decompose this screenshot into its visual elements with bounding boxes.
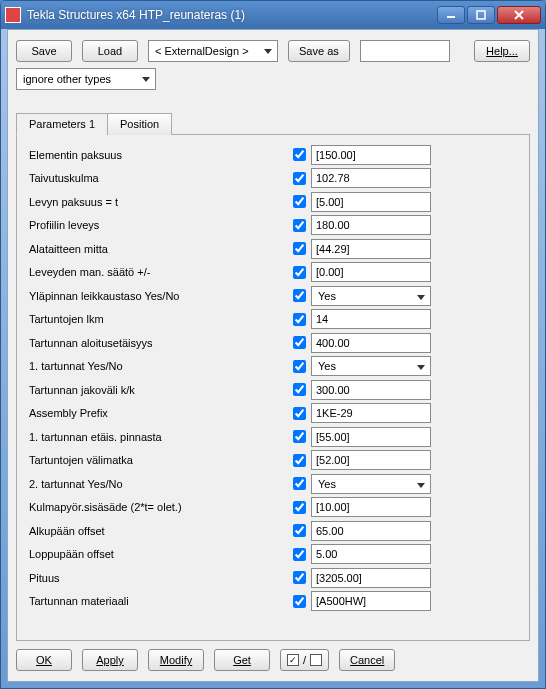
param-select[interactable]: Yes	[311, 474, 431, 494]
param-checkbox[interactable]	[293, 336, 306, 349]
param-input[interactable]	[311, 403, 431, 423]
param-input[interactable]	[311, 380, 431, 400]
param-value-wrap: Yes	[311, 286, 431, 306]
param-checkbox[interactable]	[293, 571, 306, 584]
param-checkbox[interactable]	[293, 454, 306, 467]
param-input[interactable]	[311, 262, 431, 282]
param-input[interactable]	[311, 215, 431, 235]
param-value-wrap: Yes	[311, 474, 431, 494]
param-checkbox[interactable]	[293, 360, 306, 373]
param-row: Elementin paksuus	[27, 143, 519, 167]
titlebar[interactable]: Tekla Structures x64 HTP_reunateras (1)	[1, 1, 545, 29]
top-toolbar: Save Load < ExternalDesign > Save as Hel…	[16, 40, 530, 62]
param-input[interactable]	[311, 568, 431, 588]
unchecked-icon	[310, 654, 322, 666]
param-input[interactable]	[311, 309, 431, 329]
param-checkbox-wrap	[287, 430, 311, 443]
param-checkbox[interactable]	[293, 407, 306, 420]
param-row: Tartunnan jakoväli k/k	[27, 378, 519, 402]
param-input[interactable]	[311, 333, 431, 353]
param-input[interactable]	[311, 145, 431, 165]
param-checkbox[interactable]	[293, 383, 306, 396]
param-checkbox[interactable]	[293, 219, 306, 232]
param-checkbox[interactable]	[293, 195, 306, 208]
param-value-wrap	[311, 333, 431, 353]
ignore-types-value: ignore other types	[23, 73, 111, 85]
param-row: Yläpinnan leikkaustaso Yes/NoYes	[27, 284, 519, 308]
param-input[interactable]	[311, 544, 431, 564]
save-as-input[interactable]	[360, 40, 450, 62]
tab-parameters[interactable]: Parameters 1	[16, 113, 108, 135]
param-value-wrap	[311, 497, 431, 517]
help-button[interactable]: Help...	[474, 40, 530, 62]
param-checkbox[interactable]	[293, 289, 306, 302]
param-input[interactable]	[311, 521, 431, 541]
param-checkbox[interactable]	[293, 524, 306, 537]
param-value-wrap	[311, 521, 431, 541]
toggle-all-checkboxes[interactable]: ✓/	[280, 649, 329, 671]
load-button[interactable]: Load	[82, 40, 138, 62]
tab-position[interactable]: Position	[107, 113, 172, 135]
param-select-value: Yes	[318, 478, 336, 490]
param-input[interactable]	[311, 427, 431, 447]
param-select[interactable]: Yes	[311, 356, 431, 376]
second-toolbar: ignore other types	[16, 68, 530, 90]
client-area: Save Load < ExternalDesign > Save as Hel…	[7, 29, 539, 682]
param-checkbox[interactable]	[293, 477, 306, 490]
param-checkbox[interactable]	[293, 548, 306, 561]
app-icon	[5, 7, 21, 23]
param-checkbox[interactable]	[293, 430, 306, 443]
param-row: 2. tartunnat Yes/NoYes	[27, 472, 519, 496]
param-label: 1. tartunnat Yes/No	[27, 360, 287, 372]
cancel-button[interactable]: Cancel	[339, 649, 395, 671]
param-label: Elementin paksuus	[27, 149, 287, 161]
param-checkbox[interactable]	[293, 148, 306, 161]
ok-button[interactable]: OK	[16, 649, 72, 671]
param-checkbox[interactable]	[293, 172, 306, 185]
param-value-wrap	[311, 168, 431, 188]
param-label: Kulmapyör.sisäsäde (2*t= olet.)	[27, 501, 287, 513]
close-button[interactable]	[497, 6, 541, 24]
param-checkbox-wrap	[287, 313, 311, 326]
maximize-button[interactable]	[467, 6, 495, 24]
param-label: Assembly Prefix	[27, 407, 287, 419]
param-value-wrap: Yes	[311, 356, 431, 376]
param-value-wrap	[311, 403, 431, 423]
ignore-types-select[interactable]: ignore other types	[16, 68, 156, 90]
minimize-button[interactable]	[437, 6, 465, 24]
param-checkbox-wrap	[287, 289, 311, 302]
param-label: Alataitteen mitta	[27, 243, 287, 255]
modify-button[interactable]: Modify	[148, 649, 204, 671]
param-checkbox-wrap	[287, 172, 311, 185]
window-controls	[437, 6, 541, 24]
param-select[interactable]: Yes	[311, 286, 431, 306]
param-label: Pituus	[27, 572, 287, 584]
checked-icon: ✓	[287, 654, 299, 666]
param-input[interactable]	[311, 497, 431, 517]
apply-button[interactable]: Apply	[82, 649, 138, 671]
get-button[interactable]: Get	[214, 649, 270, 671]
param-checkbox[interactable]	[293, 266, 306, 279]
param-input[interactable]	[311, 450, 431, 470]
param-select-value: Yes	[318, 360, 336, 372]
param-row: 1. tartunnan etäis. pinnasta	[27, 425, 519, 449]
param-value-wrap	[311, 145, 431, 165]
save-button[interactable]: Save	[16, 40, 72, 62]
param-checkbox-wrap	[287, 571, 311, 584]
param-checkbox[interactable]	[293, 313, 306, 326]
param-input[interactable]	[311, 192, 431, 212]
param-input[interactable]	[311, 239, 431, 259]
param-checkbox[interactable]	[293, 595, 306, 608]
param-checkbox-wrap	[287, 219, 311, 232]
dialog-window: Tekla Structures x64 HTP_reunateras (1) …	[0, 0, 546, 689]
param-value-wrap	[311, 380, 431, 400]
param-input[interactable]	[311, 168, 431, 188]
external-design-select[interactable]: < ExternalDesign >	[148, 40, 278, 62]
param-checkbox[interactable]	[293, 501, 306, 514]
param-input[interactable]	[311, 591, 431, 611]
save-as-button[interactable]: Save as	[288, 40, 350, 62]
param-checkbox-wrap	[287, 454, 311, 467]
param-row: Tartuntojen lkm	[27, 308, 519, 332]
param-checkbox[interactable]	[293, 242, 306, 255]
param-checkbox-wrap	[287, 477, 311, 490]
